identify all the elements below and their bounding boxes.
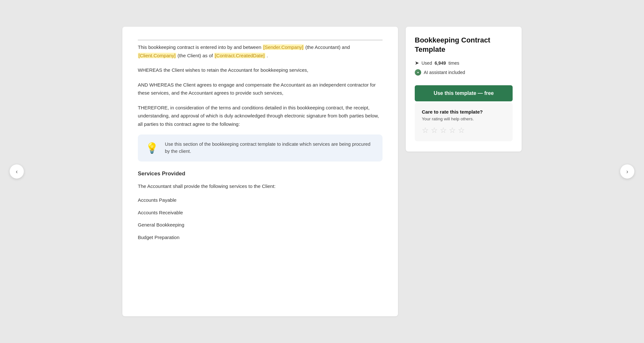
template-title: Bookkeeping Contract Template (415, 36, 513, 54)
nav-arrow-right[interactable]: › (620, 164, 634, 179)
services-heading: Services Provided (138, 171, 383, 177)
ai-icon: ✦ (415, 69, 421, 76)
whereas-2: AND WHEREAS the Client agrees to engage … (138, 81, 383, 97)
tip-box: 💡 Use this section of the bookkeeping co… (138, 134, 383, 162)
top-divider (138, 40, 383, 41)
services-list: Accounts Payable Accounts Receivable Gen… (138, 197, 383, 241)
sidebar-panel: Bookkeeping Contract Template ➤ Used 6,9… (406, 27, 522, 152)
intro-text-3: (the Client) as of (177, 53, 213, 58)
used-suffix: times (449, 60, 459, 66)
rating-title: Care to rate this template? (422, 109, 506, 115)
right-arrow-icon: › (626, 168, 628, 175)
used-count: 6,949 (435, 60, 446, 66)
left-arrow-icon: ‹ (16, 168, 18, 175)
document-panel: This bookkeeping contract is entered int… (122, 27, 398, 316)
page-wrapper: ‹ › This bookkeeping contract is entered… (0, 0, 644, 343)
used-label: Used (421, 60, 432, 66)
star-1[interactable]: ☆ (422, 126, 429, 135)
rating-box: Care to rate this template? Your rating … (415, 103, 513, 141)
intro-text-2: (the Accountant) and (305, 44, 350, 50)
intro-text-4: . (267, 53, 268, 58)
client-placeholder: [Client.Company] (138, 53, 176, 58)
star-2[interactable]: ☆ (431, 126, 438, 135)
nav-arrow-left[interactable]: ‹ (10, 164, 24, 179)
intro-text-1: This bookkeeping contract is entered int… (138, 44, 261, 50)
used-count-row: ➤ Used 6,949 times (415, 60, 513, 66)
sender-placeholder: [Sender.Company] (263, 44, 304, 50)
star-4[interactable]: ☆ (449, 126, 456, 135)
whereas-1: WHEREAS the Client wishes to retain the … (138, 66, 383, 74)
list-item: Accounts Payable (138, 197, 383, 204)
tip-text: Use this section of the bookkeeping cont… (165, 141, 375, 155)
ai-row: ✦ AI assistant included (415, 69, 513, 76)
sidebar-info: Bookkeeping Contract Template ➤ Used 6,9… (406, 27, 522, 152)
intro-paragraph: This bookkeeping contract is entered int… (138, 43, 383, 60)
star-5[interactable]: ☆ (458, 126, 465, 135)
star-3[interactable]: ☆ (440, 126, 447, 135)
rating-subtitle: Your rating will help others. (422, 116, 506, 121)
ai-label: AI assistant included (424, 70, 465, 75)
lightbulb-icon: 💡 (146, 142, 158, 154)
therefore-text: THEREFORE, in consideration of the terms… (138, 104, 383, 128)
stars-row[interactable]: ☆ ☆ ☆ ☆ ☆ (422, 126, 506, 135)
services-intro: The Accountant shall provide the followi… (138, 182, 383, 190)
date-placeholder: [Contract.CreatedDate] (214, 53, 265, 58)
list-item: General Bookkeeping (138, 221, 383, 229)
list-item: Budget Preparation (138, 234, 383, 241)
arrow-icon: ➤ (415, 60, 419, 66)
use-template-button[interactable]: Use this template — free (415, 85, 513, 101)
main-container: This bookkeeping contract is entered int… (97, 20, 547, 323)
list-item: Accounts Receivable (138, 209, 383, 217)
